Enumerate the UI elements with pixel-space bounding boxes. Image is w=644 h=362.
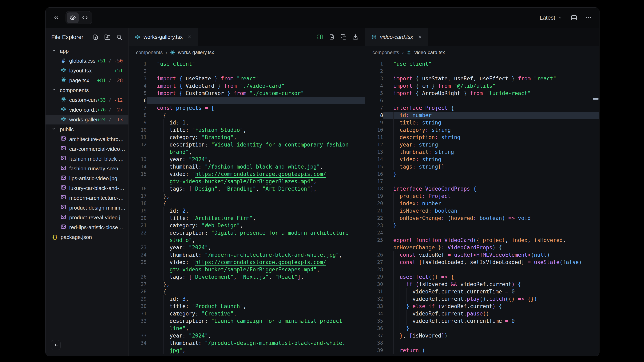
code-line[interactable]: 8 id: number xyxy=(365,112,599,119)
code-line[interactable]: 32 description: "Launch campaign for a m… xyxy=(129,317,365,325)
code-line[interactable]: 3import { useState } from "react" xyxy=(129,75,365,82)
code-line[interactable]: 5import { ArrowUpRight } from "lucide-re… xyxy=(365,90,599,97)
code-line[interactable]: 29 id: 3, xyxy=(129,295,365,303)
code-line[interactable]: 21 category: "Web Design", xyxy=(129,222,365,229)
breadcrumb-folder[interactable]: components xyxy=(372,49,399,55)
code-line[interactable]: 30 if (isHovered && videoRef.current) { xyxy=(365,281,599,288)
add-file-button[interactable] xyxy=(329,34,335,40)
code-line[interactable]: 34 thumbnail: "/product-design-minimalis… xyxy=(129,339,365,347)
version-selector[interactable]: Latest xyxy=(540,14,562,21)
code-line[interactable]: 2 xyxy=(129,67,365,75)
collapse-sidebar-button[interactable] xyxy=(53,14,60,21)
code-line[interactable]: 17 xyxy=(365,178,599,185)
sidebar-item-package.json[interactable]: {}package.json xyxy=(46,232,128,242)
sidebar-item-video-card.tsx[interactable]: video-card.tsx+76 / -27 xyxy=(46,105,128,115)
sidebar-item-lips-artistic-video.jpg[interactable]: lips-artistic-video.jpg xyxy=(46,173,128,183)
code-line[interactable]: 3import { useState, useRef, useEffect } … xyxy=(365,75,599,82)
code-line[interactable]: 12 description: "Visual identity for a c… xyxy=(129,141,365,148)
code-line[interactable]: 38 xyxy=(365,339,599,347)
code-line[interactable]: 12 year: string xyxy=(365,141,599,148)
code-line[interactable]: 35 videoRef.current.currentTime = 0 xyxy=(365,317,599,325)
close-icon[interactable] xyxy=(418,35,422,39)
sidebar-folder-public[interactable]: public xyxy=(46,124,128,134)
sidebar-item-custom-curs[interactable]: custom-curs…+33 / -12 xyxy=(46,95,128,105)
code-line[interactable]: 16} xyxy=(365,170,599,178)
sidebar-item-product-reveal-video.j[interactable]: product-reveal-video.j… xyxy=(46,213,128,222)
sidebar-item-fashion-runway-scen[interactable]: fashion-runway-scen… xyxy=(46,164,128,173)
sidebar-item-product-design-minim[interactable]: product-design-minim… xyxy=(46,203,128,213)
code-line[interactable]: 39 return ( xyxy=(365,347,599,354)
new-file-button[interactable] xyxy=(92,34,98,40)
code-line[interactable]: studio", xyxy=(129,237,365,244)
code-line[interactable]: 24 xyxy=(365,229,599,237)
panel-layout-button[interactable] xyxy=(571,14,577,21)
code-line[interactable]: 26 const videoRef = useRef<HTMLVideoElem… xyxy=(365,251,599,259)
code-line[interactable]: 24 thumbnail: "/modern-architecture-blac… xyxy=(129,251,365,259)
sidebar-item-architecture-walkthro[interactable]: architecture-walkthro… xyxy=(46,134,128,144)
code-line[interactable]: 18interface VideoCardProps { xyxy=(365,185,599,192)
sidebar-item-luxury-car-black-and-[interactable]: luxury-car-black-and-… xyxy=(46,183,128,193)
code-line[interactable]: 18 { xyxy=(129,200,365,207)
new-folder-button[interactable] xyxy=(104,34,110,40)
code-line[interactable]: 9 id: 1, xyxy=(129,119,365,126)
code-line[interactable]: 23 year: "2024", xyxy=(129,244,365,251)
compare-split-button[interactable] xyxy=(317,34,323,40)
code-line[interactable]: 2 xyxy=(365,67,599,75)
code-line[interactable]: 31 videoRef.current.currentTime = 0 xyxy=(365,288,599,295)
sidebar-item-fashion-model-black-[interactable]: fashion-model-black-… xyxy=(46,154,128,164)
code-line[interactable]: 28 { xyxy=(129,288,365,295)
breadcrumb-file[interactable]: video-card.tsx xyxy=(414,49,445,55)
code-line[interactable]: 23} xyxy=(365,222,599,229)
code-line[interactable]: 20 title: "Architecture Firm", xyxy=(129,214,365,222)
code-line[interactable]: 13 thumbnail: string xyxy=(365,148,599,156)
code-line[interactable]: 22 onHoverChange: (hovered: boolean) => … xyxy=(365,214,599,222)
code-line[interactable]: 15 video: "https://commondatastorage.goo… xyxy=(129,170,365,178)
code-line[interactable]: 33 year: "2024", xyxy=(129,332,365,339)
code-line[interactable]: 6 xyxy=(365,97,599,104)
code-line[interactable]: 34 videoRef.current.pause() xyxy=(365,310,599,317)
code-line[interactable]: 1"use client" xyxy=(129,60,365,67)
code-editor[interactable]: 1"use client"23import { useState } from … xyxy=(129,59,365,356)
code-line[interactable]: 1"use client" xyxy=(365,60,599,67)
code-line[interactable]: 14 video: string xyxy=(365,156,599,163)
code-line[interactable]: 6 xyxy=(129,97,365,104)
code-line[interactable]: 37 }, [isHovered]) xyxy=(365,332,599,339)
code-line[interactable]: 17 }, xyxy=(129,192,365,200)
search-button[interactable] xyxy=(116,34,122,40)
code-line[interactable]: 5import { CustomCursor } from "./custom-… xyxy=(129,90,365,97)
code-line[interactable]: 7const projects = [ xyxy=(129,104,365,112)
code-line[interactable]: 33 } else if (videoRef.current) { xyxy=(365,303,599,310)
sidebar-folder-app[interactable]: app xyxy=(46,46,128,56)
code-line[interactable]: 29 useEffect(() => { xyxy=(365,273,599,281)
download-button[interactable] xyxy=(352,34,358,40)
breadcrumb-folder[interactable]: components xyxy=(136,49,163,55)
code-line[interactable]: 32 videoRef.current.play().catch(() => {… xyxy=(365,295,599,303)
code-line[interactable]: 31 category: "Creative", xyxy=(129,310,365,317)
code-line[interactable]: 19 id: 2, xyxy=(129,207,365,214)
code-line[interactable]: 21 isHovered: boolean xyxy=(365,207,599,214)
sidebar-item-page.tsx[interactable]: page.tsx+81 / -28 xyxy=(46,75,128,85)
code-line[interactable]: 15 tags: string[] xyxy=(365,163,599,170)
code-line[interactable]: 8 { xyxy=(129,112,365,119)
sidebar-item-car-commercial-video[interactable]: car-commercial-video… xyxy=(46,144,128,154)
code-editor[interactable]: 1"use client"23import { useState, useRef… xyxy=(365,59,599,356)
code-line[interactable]: 10 category: string xyxy=(365,126,599,134)
collapse-panel-button[interactable] xyxy=(51,340,61,350)
code-line[interactable]: 25 video: "https://commondatastorage.goo… xyxy=(129,259,365,266)
sidebar-item-red-lips-artistic-close[interactable]: red-lips-artistic-close… xyxy=(46,222,128,232)
code-line[interactable]: 36 } xyxy=(365,325,599,332)
tab-video-card[interactable]: video-card.tsx xyxy=(365,28,428,46)
preview-toggle-button[interactable] xyxy=(67,12,78,23)
breadcrumb-file[interactable]: works-gallery.tsx xyxy=(178,49,214,55)
code-line[interactable]: 11 category: "Branding", xyxy=(129,134,365,141)
code-line[interactable]: gtv-videos-bucket/sample/ForBiggerBlazes… xyxy=(129,178,365,185)
code-line[interactable]: 14 thumbnail: "/fashion-model-black-and-… xyxy=(129,163,365,170)
sidebar-item-globals.css[interactable]: #globals.css+51 / -50 xyxy=(46,56,128,66)
code-line[interactable]: line", xyxy=(129,325,365,332)
more-options-button[interactable] xyxy=(586,14,592,21)
code-line[interactable]: 10 title: "Fashion Studio", xyxy=(129,126,365,134)
code-line[interactable]: 19 project: Project xyxy=(365,192,599,200)
sidebar-item-works-galler[interactable]: works-galler…+24 / -13 xyxy=(46,115,128,124)
code-line[interactable]: 20 index: number xyxy=(365,200,599,207)
tab-works-gallery[interactable]: works-gallery.tsx xyxy=(129,28,198,46)
